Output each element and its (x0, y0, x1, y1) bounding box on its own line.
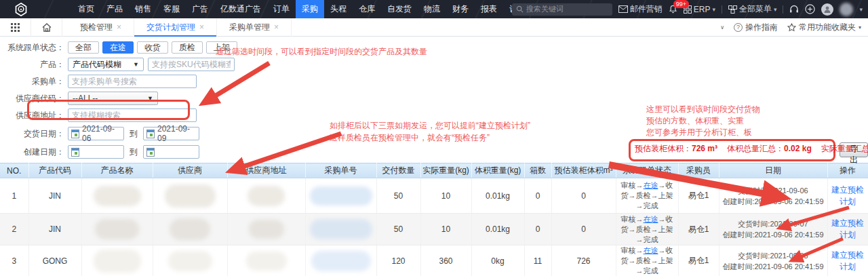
mail-marketing-button[interactable]: 邮件营销 (618, 3, 663, 15)
product-mode-select[interactable]: 产品代码模糊 ▼ (68, 58, 144, 71)
create-precheck-plan-link[interactable]: 建立预检计划 (831, 218, 864, 239)
close-icon[interactable]: × (199, 22, 204, 32)
product-mode-value: 产品代码模糊 (73, 59, 121, 71)
support-button[interactable] (789, 5, 799, 14)
status-chip-received[interactable]: 收货 (137, 41, 168, 54)
close-icon[interactable]: × (117, 22, 121, 32)
all-menu-button[interactable]: 全部菜单 ▾ (728, 3, 777, 15)
col-header-supplier[interactable]: 供应商 (153, 163, 227, 178)
cell-buyer: 易仓1 (678, 245, 719, 276)
menu-item-ads[interactable]: 广告 (186, 0, 214, 18)
cell-product-name-redacted (81, 214, 153, 245)
col-header-qty[interactable]: 交付数量 (376, 163, 420, 178)
menu-item-reports[interactable]: 报表 (475, 0, 503, 18)
supplier-code-select[interactable]: --ALL-- ▼ (68, 92, 158, 105)
tab-label: 采购单管理 (229, 22, 270, 33)
status-chip-in-transit[interactable]: 在途 (102, 41, 134, 54)
create-precheck-plan-link[interactable]: 建立预检计划 (831, 185, 864, 206)
cell-status-flow: 审核→在途→收货→质检→上架→完成 (616, 245, 678, 276)
tab-purchase-order-management[interactable]: 采购单管理 × (217, 18, 292, 37)
cell-no: 3 (0, 245, 28, 276)
col-header-status[interactable]: 系统跟单状态 (616, 163, 678, 178)
status-chip-all[interactable]: 全部 (68, 41, 99, 54)
delivery-date-to-input[interactable]: 2021-09-09 (143, 127, 199, 140)
col-header-product-code[interactable]: 产品代码 (28, 163, 81, 178)
favorites-button[interactable]: 常用功能收藏夹 ▾ (787, 22, 861, 33)
annotation-precheck-tip: 如排柜后以下三票如期发运，您可以提前“建立预检计划” 这样质检员在预检管理中，就… (330, 119, 530, 144)
tab-grid-button[interactable] (0, 18, 31, 37)
create-date-to-input[interactable] (143, 145, 199, 159)
cell-po-redacted (305, 214, 376, 245)
global-search-input[interactable]: 搜索关键词 (512, 3, 612, 16)
create-time: 创建时间:2021-09-06 20:41:59 (719, 196, 827, 207)
create-precheck-plan-link[interactable]: 建立预检计划 (831, 250, 864, 271)
tab-home-button[interactable] (31, 18, 62, 37)
create-date-from-input[interactable] (68, 145, 124, 159)
col-header-product-name[interactable]: 产品名称 (81, 163, 153, 178)
calendar-icon (71, 148, 79, 157)
col-header-no[interactable]: NO. (0, 163, 28, 178)
app-logo-icon[interactable] (12, 1, 30, 18)
cell-product-name-redacted (81, 178, 153, 214)
table-row: 3 GONG 120 360 0kg 11 726 审核→在途→收货→质检→上架… (0, 245, 868, 276)
operation-guide-button[interactable]: ? 操作指南 (734, 22, 778, 33)
supplier-addr-input[interactable] (68, 109, 197, 122)
status-chip-qc[interactable]: 质检 (172, 41, 203, 54)
create-date-label: 创建日期： (0, 146, 68, 158)
menu-item-sales[interactable]: 销售 (129, 0, 157, 18)
calendar-icon (146, 148, 155, 157)
cell-dates: 交货时间:2021-09-06 创建时间:2021-09-06 20:41:59 (719, 178, 827, 214)
user-avatar[interactable] (821, 3, 833, 16)
tab-precheck-management[interactable]: 预检管理 × (68, 18, 134, 37)
menu-item-home[interactable]: 首页 (72, 0, 100, 18)
menu-item-warehouse[interactable]: 仓库 (353, 0, 381, 18)
divider (722, 5, 722, 14)
chevron-down-icon[interactable]: ▾ (859, 6, 863, 13)
calendar-icon (146, 130, 155, 138)
chevron-down-icon: ▼ (147, 95, 153, 102)
add-button[interactable] (805, 4, 815, 14)
menu-item-product[interactable]: 产品 (100, 0, 129, 18)
annotation-filter-tip: 通过筛选时间段，可以看到指定时间段的交货产品及其数量 (216, 45, 427, 58)
notifications-button[interactable]: 99+ (669, 5, 677, 14)
col-header-weight[interactable]: 实际重量(kg) (420, 163, 471, 178)
close-icon[interactable]: × (274, 22, 279, 32)
chevron-down-icon[interactable]: ∨ (720, 24, 724, 31)
col-header-date[interactable]: 日期 (719, 163, 827, 178)
menu-item-first-leg[interactable]: 头程 (324, 0, 353, 18)
plus-circle-icon (805, 4, 815, 14)
col-header-po-number[interactable]: 采购单号 (305, 163, 376, 178)
menu-item-finance[interactable]: 财务 (446, 0, 475, 18)
cell-volume-weight: 0.01kg (471, 214, 524, 245)
cell-weight: 10 (420, 214, 471, 245)
cell-po-redacted (305, 178, 376, 214)
menu-item-self-delivery[interactable]: 自发货 (381, 0, 418, 18)
col-header-volume-weight[interactable]: 体积重量(kg) (471, 163, 524, 178)
menu-item-purchase[interactable]: 采购 (296, 0, 324, 18)
delivery-date-from-input[interactable]: 2021-09-06 (68, 127, 124, 140)
product-sku-input[interactable] (148, 58, 235, 71)
delivery-plan-table: NO. 产品代码 产品名称 供应商 供应商地址 采购单号 交付数量 实际重量(k… (0, 163, 868, 276)
col-header-action[interactable]: 操作 (827, 163, 868, 178)
table-row: 2 JIN 50 10 0.01kg 0 0 审核→在途→收货→质检→上架→完成… (0, 214, 868, 245)
col-header-buyer[interactable]: 采购员 (678, 163, 719, 178)
menu-item-yishutong-ads[interactable]: 亿数通广告 (214, 0, 267, 18)
tabbar-right-tools: ∨ ? 操作指南 常用功能收藏夹 ▾ (720, 18, 861, 37)
col-header-supplier-addr[interactable]: 供应商地址 (227, 163, 305, 178)
menu-item-service[interactable]: 客服 (157, 0, 186, 18)
cell-action: 建立预检计划 (827, 178, 868, 214)
account-avatar-blurred[interactable] (840, 3, 853, 16)
notification-badge: 99+ (673, 0, 689, 8)
cell-boxes: 0 (524, 178, 551, 214)
cell-action: 建立预检计划 (827, 214, 868, 245)
all-menu-label: 全部菜单 (739, 3, 772, 15)
menu-item-logistics[interactable]: 物流 (418, 0, 446, 18)
tab-delivery-plan-management[interactable]: 交货计划管理 × (134, 18, 217, 37)
summary-volume-weight: 体积总量汇总：0.02 kg (727, 143, 812, 155)
col-header-est-volume[interactable]: 预估装柜体积m³ (551, 163, 616, 178)
po-number-input[interactable] (68, 75, 197, 88)
cell-no: 2 (0, 214, 28, 245)
menu-item-orders[interactable]: 订单 (267, 0, 296, 18)
col-header-boxes[interactable]: 箱数 (524, 163, 551, 178)
delivery-time: 交货时间:2021-09-08 (719, 250, 827, 261)
